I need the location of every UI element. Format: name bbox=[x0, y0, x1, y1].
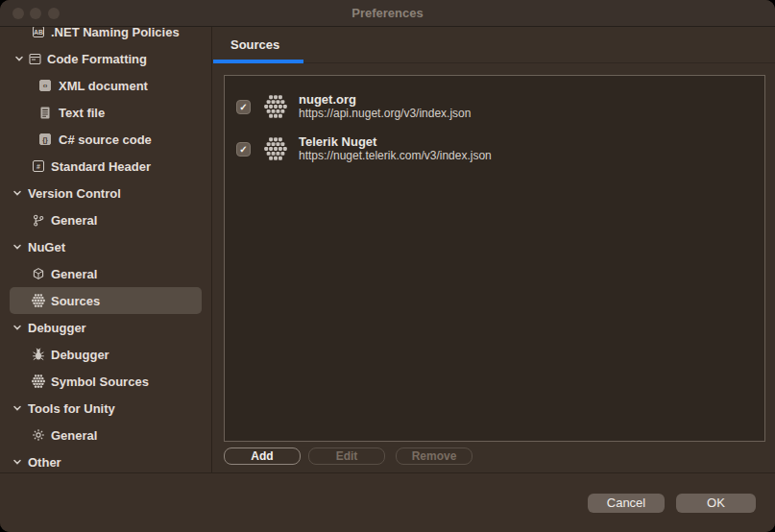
chevron-down-icon[interactable] bbox=[12, 323, 22, 332]
sidebar-item-label: General bbox=[51, 213, 97, 228]
sidebar-item-unity-general[interactable]: General bbox=[10, 422, 202, 448]
gear-icon bbox=[32, 428, 45, 442]
sidebar-item-xml-document[interactable]: ‹› XML document bbox=[10, 72, 202, 99]
nuget-package-icon bbox=[264, 95, 287, 118]
sidebar-item-label: Text file bbox=[59, 106, 105, 120]
sidebar-item-debugger-section[interactable]: Debugger bbox=[10, 314, 202, 341]
csharp-source-icon: {} bbox=[38, 133, 52, 146]
remove-button[interactable]: Remove bbox=[396, 447, 472, 465]
source-row[interactable]: ✓ Telerik Nuget https://nuget.telerik.co… bbox=[236, 128, 764, 170]
nuget-package-icon bbox=[264, 137, 287, 160]
source-url: https://api.nuget.org/v3/index.json bbox=[299, 107, 471, 121]
sidebar-item-text-file[interactable]: Text file bbox=[10, 99, 202, 126]
window-title: Preferences bbox=[0, 0, 775, 27]
sidebar-item-symbol-sources[interactable]: Symbol Sources bbox=[10, 368, 202, 395]
chevron-down-icon[interactable] bbox=[12, 242, 22, 252]
add-button[interactable]: Add bbox=[224, 447, 301, 465]
nuget-dots-icon bbox=[32, 375, 45, 388]
code-formatting-icon bbox=[28, 52, 41, 65]
active-tab-indicator bbox=[213, 60, 303, 63]
sidebar-tree: AB .NET Naming Policies Code Formatting … bbox=[0, 27, 211, 472]
standard-header-icon: # bbox=[32, 159, 45, 173]
sidebar-item-other[interactable]: Other bbox=[10, 448, 202, 472]
list-actions: Add Edit Remove bbox=[224, 447, 472, 465]
sidebar-item-label: General bbox=[51, 428, 97, 443]
sidebar-item-label: Sources bbox=[51, 294, 100, 308]
source-name: Telerik Nuget bbox=[299, 134, 492, 149]
sidebar-item-label: Tools for Unity bbox=[28, 401, 115, 416]
sidebar-item-label: Other bbox=[28, 455, 61, 470]
xml-document-icon: ‹› bbox=[38, 79, 52, 92]
chevron-down-icon[interactable] bbox=[12, 403, 22, 413]
sources-panel: Sources ✓ nuget.org https://api.nuget.or… bbox=[213, 27, 775, 472]
branch-icon bbox=[32, 213, 45, 227]
sidebar-item-label: General bbox=[51, 267, 97, 281]
ok-button[interactable]: OK bbox=[676, 494, 756, 513]
sidebar-item-net-naming-policies[interactable]: AB .NET Naming Policies bbox=[10, 27, 202, 45]
sidebar-item-label: Symbol Sources bbox=[51, 375, 149, 389]
package-cube-icon bbox=[32, 267, 45, 280]
tab-sources[interactable]: Sources bbox=[230, 27, 279, 63]
preferences-window: Preferences AB .NET Naming Policies Code… bbox=[0, 0, 775, 532]
sidebar-item-nuget[interactable]: NuGet bbox=[10, 233, 202, 260]
sidebar-item-nuget-sources[interactable]: Sources bbox=[10, 287, 202, 314]
sources-list[interactable]: ✓ nuget.org https://api.nuget.org/v3/ind… bbox=[224, 75, 765, 442]
sidebar-item-nuget-general[interactable]: General bbox=[10, 260, 202, 287]
cancel-button[interactable]: Cancel bbox=[588, 494, 665, 513]
sidebar-item-label: Debugger bbox=[28, 321, 86, 335]
source-name: nuget.org bbox=[299, 92, 471, 107]
sidebar-item-label: NuGet bbox=[28, 240, 65, 254]
dialog-footer: Cancel OK bbox=[0, 472, 775, 532]
sidebar-item-standard-header[interactable]: # Standard Header bbox=[10, 153, 202, 180]
chevron-down-icon[interactable] bbox=[12, 457, 22, 467]
sidebar-item-tools-for-unity[interactable]: Tools for Unity bbox=[10, 395, 202, 422]
sidebar-item-label: .NET Naming Policies bbox=[51, 27, 180, 39]
sidebar-item-code-formatting[interactable]: Code Formatting bbox=[10, 45, 202, 72]
checkbox-checked[interactable]: ✓ bbox=[236, 142, 251, 157]
naming-policies-icon: AB bbox=[32, 27, 45, 38]
sidebar-item-debugger[interactable]: Debugger bbox=[10, 341, 202, 368]
sidebar-item-csharp-source-code[interactable]: {} C# source code bbox=[10, 126, 202, 153]
sidebar-item-label: XML document bbox=[59, 79, 148, 93]
sidebar-item-label: Version Control bbox=[28, 186, 121, 201]
sidebar-item-label: Debugger bbox=[51, 348, 109, 362]
sidebar-item-label: Standard Header bbox=[51, 159, 151, 174]
chevron-down-icon[interactable] bbox=[12, 188, 22, 198]
source-row[interactable]: ✓ nuget.org https://api.nuget.org/v3/ind… bbox=[236, 85, 764, 128]
sidebar-item-label: C# source code bbox=[59, 133, 152, 147]
nuget-dots-icon bbox=[32, 294, 45, 307]
chevron-down-icon[interactable] bbox=[14, 54, 24, 63]
checkbox-checked[interactable]: ✓ bbox=[236, 100, 251, 114]
sidebar-item-version-control-general[interactable]: General bbox=[10, 206, 202, 233]
sidebar-item-label: Code Formatting bbox=[47, 52, 147, 66]
text-file-icon bbox=[38, 106, 52, 119]
edit-button[interactable]: Edit bbox=[308, 447, 385, 465]
preferences-sidebar: AB .NET Naming Policies Code Formatting … bbox=[0, 27, 212, 472]
bug-icon bbox=[32, 348, 45, 361]
sidebar-item-version-control[interactable]: Version Control bbox=[10, 180, 202, 206]
tab-bar: Sources bbox=[213, 27, 775, 63]
title-bar: Preferences bbox=[0, 0, 775, 27]
source-url: https://nuget.telerik.com/v3/index.json bbox=[299, 149, 492, 163]
